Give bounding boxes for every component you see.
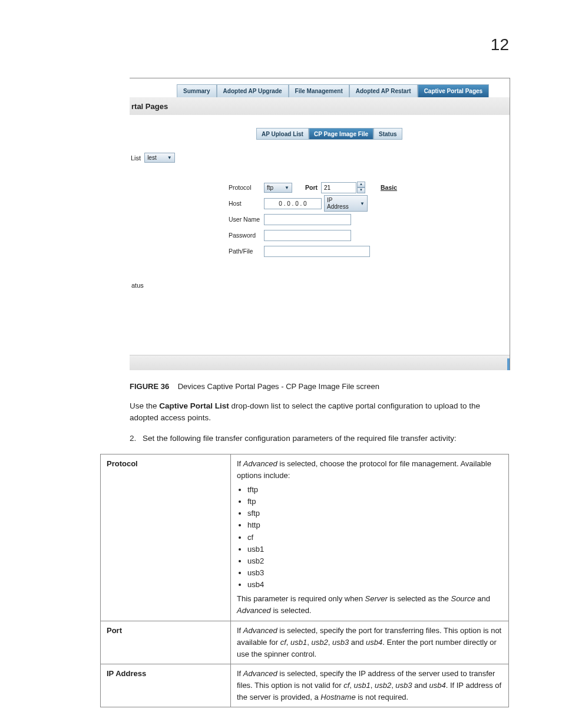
tab-captive-portal-pages[interactable]: Captive Portal Pages	[418, 84, 489, 97]
port-spinner[interactable]: ▲ ▼	[357, 182, 365, 193]
captive-portal-list-term: Captive Portal List	[159, 401, 229, 410]
step-text: Set the following file transfer configur…	[143, 434, 457, 443]
list-item: tftp	[247, 484, 503, 496]
tab-adopted-ap-restart[interactable]: Adopted AP Restart	[349, 84, 418, 97]
inner-tab-cp-page-image-file[interactable]: CP Page Image File	[309, 128, 373, 140]
list-label: List	[131, 154, 141, 162]
list-item: usb4	[247, 579, 503, 591]
text: Advanced	[243, 459, 277, 468]
text: usb3	[395, 681, 412, 690]
file-transfer-form: Protocol ftp ▼ Port ▲ ▼ Basic Host 0 . 0…	[229, 182, 397, 261]
figure-caption: FIGURE 36 Devices Captive Portal Pages -…	[130, 382, 509, 391]
step-2: 2.Set the following file transfer config…	[130, 433, 509, 444]
inner-tab-bar: AP Upload List CP Page Image File Status	[256, 128, 402, 140]
text: Server	[365, 594, 388, 603]
figure-title: Devices Captive Portal Pages - CP Page I…	[178, 382, 379, 391]
breadcrumb: rtal Pages	[131, 102, 168, 111]
host-ip-input[interactable]: 0 . 0 . 0 . 0	[264, 198, 322, 209]
parameter-table: Protocol If Advanced is selected, choose…	[100, 454, 509, 708]
chevron-down-icon: ▼	[167, 155, 172, 160]
protocol-options: tftp ftp sftp http cf usb1 usb2 usb3 usb…	[247, 484, 503, 591]
protocol-dropdown[interactable]: ftp ▼	[264, 183, 292, 193]
text: usb1	[353, 681, 370, 690]
breadcrumb-band	[130, 97, 510, 115]
param-ip-desc: If Advanced is selected, specify the IP …	[231, 664, 509, 707]
status-fragment: atus	[131, 282, 144, 289]
text: ,	[307, 638, 311, 647]
tab-adopted-ap-upgrade[interactable]: Adopted AP Upgrade	[217, 84, 289, 97]
spinner-up-icon[interactable]: ▲	[357, 182, 365, 187]
text: Use the	[130, 401, 159, 410]
port-input[interactable]	[321, 182, 356, 193]
text: This parameter is required only when	[237, 594, 365, 603]
spinner-down-icon[interactable]: ▼	[357, 187, 365, 193]
text: cf	[343, 681, 349, 690]
text: Advanced	[237, 606, 271, 615]
list-item: ftp	[247, 496, 503, 508]
protocol-label: Protocol	[229, 184, 264, 191]
ip-mode-dropdown[interactable]: IP Address ▼	[324, 195, 368, 212]
param-protocol-desc: If Advanced is selected, choose the prot…	[231, 454, 509, 621]
pathfile-input[interactable]	[264, 246, 370, 257]
list-item: usb1	[247, 543, 503, 555]
list-item: usb2	[247, 555, 503, 567]
figure-label: FIGURE 36	[130, 382, 169, 391]
list-item: sftp	[247, 508, 503, 519]
text: is selected as the	[388, 594, 451, 603]
text: If	[237, 459, 243, 468]
username-label: User Name	[229, 216, 264, 223]
inner-tab-ap-upload-list[interactable]: AP Upload List	[256, 128, 309, 140]
text: usb4	[366, 638, 382, 647]
text: usb4	[429, 681, 445, 690]
text: Advanced	[243, 626, 277, 635]
text: If	[237, 626, 243, 635]
text: ,	[371, 681, 375, 690]
corner-accent	[507, 358, 510, 370]
chevron-down-icon: ▼	[360, 201, 365, 206]
main-tab-bar: Summary Adopted AP Upgrade File Manageme…	[177, 84, 489, 97]
tab-file-management[interactable]: File Management	[289, 84, 349, 97]
list-item: usb3	[247, 567, 503, 579]
text: usb2	[375, 681, 391, 690]
username-input[interactable]	[264, 214, 351, 225]
list-item: http	[247, 519, 503, 531]
screenshot-figure: Summary Adopted AP Upgrade File Manageme…	[130, 78, 510, 370]
page-number: 12	[491, 35, 509, 54]
param-protocol-name: Protocol	[101, 454, 231, 621]
text: Hostname	[320, 693, 355, 701]
captive-portal-list-dropdown[interactable]: lest ▼	[144, 153, 174, 163]
text: Advanced	[243, 669, 277, 678]
password-label: Password	[229, 232, 264, 239]
text: usb3	[332, 638, 349, 647]
text: ,	[286, 638, 290, 647]
basic-link[interactable]: Basic	[381, 184, 397, 191]
text: and	[475, 594, 490, 603]
list-item: cf	[247, 532, 503, 543]
host-label: Host	[229, 200, 264, 207]
text: cf	[280, 638, 286, 647]
text: usb1	[290, 638, 307, 647]
text: and	[412, 681, 429, 690]
text: Source	[451, 594, 475, 603]
text: is not required.	[356, 693, 409, 701]
port-label: Port	[305, 184, 318, 191]
ip-mode-value: IP Address	[327, 197, 349, 210]
param-ip-name: IP Address	[101, 664, 231, 707]
chevron-down-icon: ▼	[285, 185, 289, 190]
text: is selected.	[271, 606, 312, 615]
text: ,	[328, 638, 332, 647]
pathfile-label: Path/File	[229, 248, 264, 255]
tab-summary[interactable]: Summary	[177, 84, 217, 97]
password-input[interactable]	[264, 230, 351, 241]
text: If	[237, 669, 243, 678]
dropdown-value: lest	[147, 154, 157, 161]
text: usb2	[312, 638, 328, 647]
protocol-value: ftp	[267, 185, 273, 191]
inner-tab-status[interactable]: Status	[373, 128, 402, 140]
intro-paragraph: Use the Captive Portal List drop-down li…	[130, 400, 509, 423]
bottom-toolbar	[130, 355, 510, 370]
param-port-name: Port	[101, 621, 231, 664]
step-number: 2.	[130, 433, 143, 444]
text: and	[349, 638, 366, 647]
param-port-desc: If Advanced is selected, specify the por…	[231, 621, 509, 664]
